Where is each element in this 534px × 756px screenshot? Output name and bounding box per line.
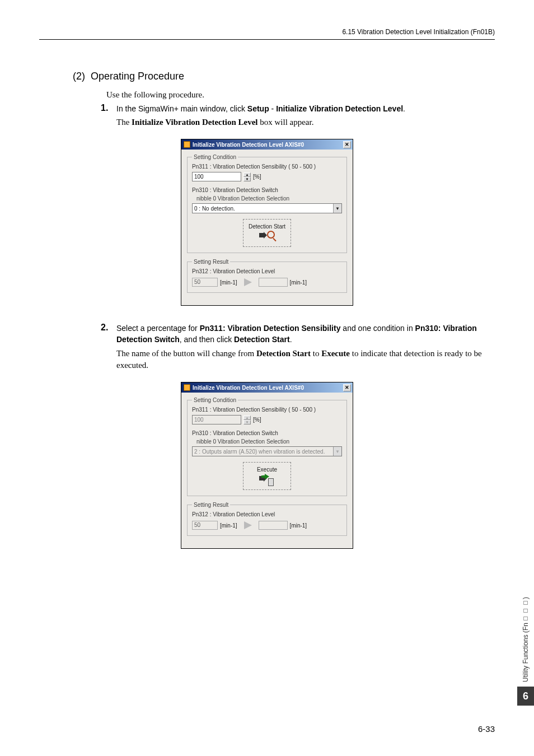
intro-text: Use the following procedure.	[106, 90, 495, 100]
pn312-value: 50	[192, 521, 218, 530]
pn310-combo: 2 : Outputs alarm (A.520) when vibration…	[192, 446, 342, 456]
spin-down-icon: ▼	[243, 420, 251, 424]
combo-value: 2 : Outputs alarm (A.520) when vibration…	[194, 449, 325, 455]
execute-button[interactable]: Execute	[243, 462, 291, 490]
close-icon[interactable]: ✕	[343, 384, 351, 391]
chapter-label: Utility Functions (Fn□□□)	[522, 597, 530, 682]
button-label: Detection Start	[249, 223, 285, 230]
step2-line2: The name of the button will change from …	[116, 348, 484, 372]
setting-result-group: Setting Result Pn312 : Vibration Detecti…	[187, 502, 347, 536]
page-number: 6-33	[478, 724, 495, 734]
spin-up-icon: ▲	[243, 416, 251, 420]
pn312-unit-left: [min-1]	[220, 279, 237, 286]
button-label: Execute	[257, 466, 277, 473]
pn310-nibble-label: nibble 0 Vibration Detection Selection	[196, 195, 342, 202]
execute-icon	[259, 474, 275, 486]
arrow-right-icon	[244, 278, 252, 286]
chapter-number: 6	[517, 687, 534, 706]
pn311-unit: [%]	[253, 417, 261, 423]
dialog-titlebar: Initialize Vibration Detection Level AXI…	[181, 382, 353, 393]
page-header: 6.15 Vibration Detection Level Initializ…	[39, 28, 495, 40]
group-legend: Setting Condition	[192, 397, 238, 403]
detection-start-icon	[259, 231, 275, 243]
dialog-title: Initialize Vibration Detection Level AXI…	[193, 385, 304, 391]
step-2: 2. Select a percentage for Pn311: Vibrat…	[101, 323, 484, 372]
pn310-label: Pn310 : Vibration Detection Switch	[192, 430, 342, 436]
dialog-detection-start: Initialize Vibration Detection Level AXI…	[181, 139, 353, 306]
pn312-result-box	[259, 521, 288, 530]
pn311-unit: [%]	[253, 174, 261, 180]
step-number: 2.	[101, 323, 116, 372]
pn312-label: Pn312 : Vibration Detection Level	[192, 268, 342, 274]
step-number: 1.	[101, 103, 116, 129]
pn312-value: 50	[192, 278, 218, 287]
dialog-titlebar: Initialize Vibration Detection Level AXI…	[181, 139, 353, 150]
spin-down-icon[interactable]: ▼	[243, 177, 251, 181]
step-1: 1. In the SigmaWin+ main window, click S…	[101, 103, 484, 129]
pn312-label: Pn312 : Vibration Detection Level	[192, 511, 342, 517]
app-icon	[184, 141, 190, 148]
pn312-unit-right: [min-1]	[290, 522, 307, 529]
section-heading: (2) Operating Procedure	[73, 71, 495, 82]
pn312-result-box	[259, 278, 288, 287]
pn312-unit-left: [min-1]	[220, 522, 237, 529]
spin-buttons: ▲▼	[243, 416, 251, 424]
dialog-title: Initialize Vibration Detection Level AXI…	[193, 142, 304, 148]
pn310-label: Pn310 : Vibration Detection Switch	[192, 187, 342, 193]
pn312-unit-right: [min-1]	[290, 279, 307, 286]
spin-up-icon[interactable]: ▲	[243, 172, 251, 177]
pn310-combo[interactable]: 0 : No detection. ▼	[192, 203, 342, 213]
step1-line2: The Initialize Vibration Detection Level…	[116, 116, 484, 129]
chevron-down-icon[interactable]: ▼	[333, 204, 341, 213]
dialog-execute: Initialize Vibration Detection Level AXI…	[181, 382, 353, 549]
step1-line1: In the SigmaWin+ main window, click Setu…	[116, 103, 484, 114]
pn311-input: 100	[192, 415, 241, 424]
setting-condition-group: Setting Condition Pn311 : Vibration Dete…	[187, 397, 347, 496]
detection-start-button[interactable]: Detection Start	[243, 219, 291, 247]
group-legend: Setting Result	[192, 259, 230, 265]
arrow-right-icon	[244, 521, 252, 529]
pn311-label: Pn311 : Vibration Detection Sensibility …	[192, 407, 342, 413]
setting-condition-group: Setting Condition Pn311 : Vibration Dete…	[187, 154, 347, 253]
pn311-label: Pn311 : Vibration Detection Sensibility …	[192, 164, 342, 170]
chapter-tab: Utility Functions (Fn□□□) 6	[517, 597, 534, 706]
combo-value: 0 : No detection.	[194, 206, 235, 212]
spin-buttons[interactable]: ▲▼	[243, 172, 251, 181]
section-title-text: Operating Procedure	[91, 71, 184, 82]
section-number: (2)	[73, 71, 85, 82]
group-legend: Setting Condition	[192, 154, 238, 160]
step2-line1: Select a percentage for Pn311: Vibration…	[116, 323, 484, 346]
pn310-nibble-label: nibble 0 Vibration Detection Selection	[196, 438, 342, 445]
group-legend: Setting Result	[192, 502, 230, 508]
close-icon[interactable]: ✕	[343, 141, 351, 148]
setting-result-group: Setting Result Pn312 : Vibration Detecti…	[187, 259, 347, 293]
pn311-input[interactable]: 100	[192, 172, 241, 181]
chevron-down-icon: ▼	[333, 447, 341, 456]
app-icon	[184, 384, 190, 391]
